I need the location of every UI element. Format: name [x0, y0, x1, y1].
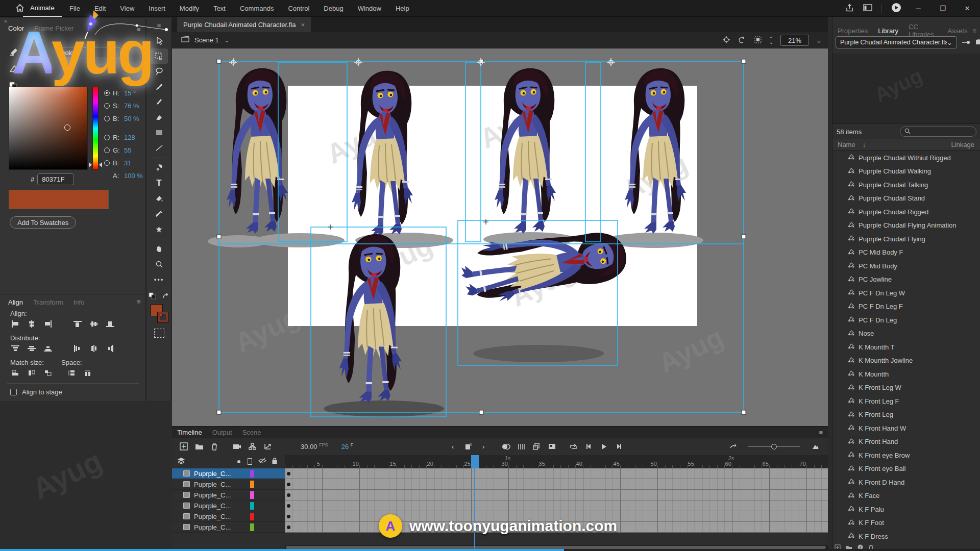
pin-library-icon[interactable] — [962, 39, 970, 46]
menu-help[interactable]: Help — [388, 5, 416, 12]
zoom-stepper[interactable]: ⌃⌄ — [769, 37, 773, 44]
align-right-button[interactable] — [42, 319, 54, 329]
linkage-column-header[interactable]: Linkage — [951, 141, 974, 148]
text-tool[interactable]: T — [151, 176, 168, 191]
library-item[interactable]: PC Mid Body — [832, 259, 980, 273]
scene-chevron-icon[interactable]: ⌄ — [224, 36, 230, 44]
fill-color-icon[interactable] — [9, 65, 19, 74]
clip-content-icon[interactable] — [754, 36, 762, 45]
library-item[interactable]: K Face — [832, 489, 980, 503]
tab-transform[interactable]: Transform — [28, 296, 68, 308]
timeline-layer[interactable]: Puprple_C... — [172, 490, 285, 500]
eraser-tool[interactable] — [151, 110, 168, 125]
hue-slider-handle[interactable] — [89, 162, 92, 167]
paint-bucket-tool[interactable] — [151, 191, 168, 206]
radio-b[interactable] — [104, 116, 110, 121]
insert-keyframe-auto-icon[interactable]: A — [460, 443, 476, 450]
tab-output[interactable]: Output — [207, 427, 237, 438]
panel-menu-icon[interactable]: ≡ — [137, 298, 141, 306]
new-library-panel-icon[interactable] — [975, 38, 980, 46]
library-item[interactable]: Puprple Chudail Flying Animation — [832, 219, 980, 233]
panel-menu-icon[interactable]: ≡ — [972, 27, 976, 35]
menu-edit[interactable]: Edit — [87, 5, 113, 12]
library-item[interactable]: K Front eye Brow — [832, 448, 980, 462]
frame-ruler[interactable]: 510152025303540455055606570751s2s — [285, 455, 828, 468]
stroke-color-icon[interactable] — [9, 47, 19, 58]
match-both-button[interactable] — [42, 368, 54, 378]
layer-frames-row[interactable] — [285, 522, 828, 533]
frame-graph-button[interactable] — [260, 443, 275, 450]
library-item[interactable]: Puprple Chudail Rigged — [832, 205, 980, 219]
library-item[interactable]: K Mountth — [832, 367, 980, 381]
create-classic-tween-button[interactable] — [544, 443, 559, 449]
library-item[interactable]: PC Mid Body F — [832, 246, 980, 260]
zoom-level-select[interactable]: 21% — [780, 35, 809, 46]
timeline-layer[interactable]: Puprple_C... — [172, 468, 285, 479]
layer-name[interactable]: Puprple_C... — [194, 502, 231, 510]
library-item[interactable]: Puprple Chudail Talking — [832, 178, 980, 192]
library-search-input[interactable] — [900, 127, 976, 137]
h-value[interactable]: 15 ° — [124, 89, 136, 97]
tab-color[interactable]: Color — [3, 22, 29, 34]
radio-g[interactable] — [104, 147, 110, 153]
onion-skin-outlines-button[interactable] — [513, 443, 529, 450]
layer-frames-row[interactable] — [285, 490, 828, 500]
lasso-tool[interactable] — [151, 64, 168, 79]
library-item[interactable]: K F Foot — [832, 516, 980, 530]
saturation-brightness-picker[interactable] — [9, 87, 88, 170]
timeline-zoom-slider[interactable] — [748, 444, 800, 449]
asset-warp-tool[interactable] — [151, 221, 168, 237]
g-value[interactable]: 55 — [124, 146, 131, 154]
scene-name[interactable]: Scene 1 — [194, 36, 219, 44]
distribute-right-button[interactable] — [104, 343, 116, 354]
layer-name[interactable]: Puprple_C... — [194, 513, 231, 520]
free-transform-option-icon[interactable] — [154, 329, 164, 338]
onion-skin-button[interactable] — [498, 443, 513, 450]
library-item[interactable]: Puprple Chudail Walking — [832, 165, 980, 179]
layer-name[interactable]: Puprple_C... — [194, 491, 231, 499]
library-item[interactable]: K F Palu — [832, 503, 980, 516]
color-type-select[interactable]: color ⌄ — [57, 47, 120, 58]
rotate-tool-icon[interactable] — [738, 36, 747, 45]
free-transform-tool[interactable] — [151, 48, 168, 64]
pen-tool[interactable] — [151, 160, 168, 176]
outline-column-icon[interactable] — [248, 458, 252, 465]
space-horizontal-button[interactable] — [82, 368, 94, 378]
distribute-middle-button[interactable] — [26, 343, 38, 354]
hex-input[interactable]: 80371F — [37, 173, 74, 185]
tab-library[interactable]: Library — [873, 25, 903, 37]
more-tools-icon[interactable]: ••• — [151, 272, 168, 287]
step-back-frame-button[interactable] — [581, 443, 596, 449]
reset-timeline-zoom-icon[interactable] — [725, 444, 741, 449]
library-item[interactable]: K Mountth T — [832, 340, 980, 354]
zoom-chevron-icon[interactable]: ⌄ — [816, 37, 822, 44]
test-movie-button[interactable] — [891, 3, 901, 14]
close-button[interactable]: ✕ — [960, 5, 975, 12]
tab-properties[interactable]: Properties — [832, 25, 873, 37]
panel-menu-icon[interactable]: ≡ — [137, 26, 141, 33]
library-item[interactable]: K Front eye Ball — [832, 462, 980, 476]
rectangle-tool[interactable] — [151, 125, 168, 140]
library-item[interactable]: K Mountth Jowline — [832, 354, 980, 368]
library-item[interactable]: K Front Leg W — [832, 381, 980, 395]
eyedropper-tool[interactable] — [151, 206, 168, 221]
lock-column-icon[interactable] — [272, 458, 278, 466]
workspace-icon[interactable] — [863, 4, 872, 13]
show-all-dot-icon[interactable] — [237, 460, 240, 463]
edit-scene-icon[interactable] — [181, 36, 189, 44]
library-item[interactable]: Puprple Chudail Stand — [832, 192, 980, 206]
tab-scene[interactable]: Scene — [237, 427, 266, 438]
library-item[interactable]: Puprple Chudail Withiut Rigged — [832, 151, 980, 165]
align-bottom-button[interactable] — [104, 319, 116, 329]
align-top-button[interactable] — [71, 319, 84, 329]
document-tab[interactable]: Purple Chudail Animated Character.fla × — [177, 17, 311, 32]
fluid-brush-tool[interactable] — [151, 79, 168, 94]
timeline-layer[interactable]: Puprple_C... — [172, 479, 285, 490]
name-column-header[interactable]: Name — [838, 141, 855, 148]
radio-r[interactable] — [104, 135, 110, 140]
layer-parenting-button[interactable] — [244, 443, 260, 450]
close-document-icon[interactable]: × — [301, 21, 305, 29]
hue-slider-handle[interactable] — [99, 162, 102, 167]
default-stroke-fill-icon[interactable] — [149, 292, 157, 301]
camera-button[interactable] — [229, 443, 244, 450]
